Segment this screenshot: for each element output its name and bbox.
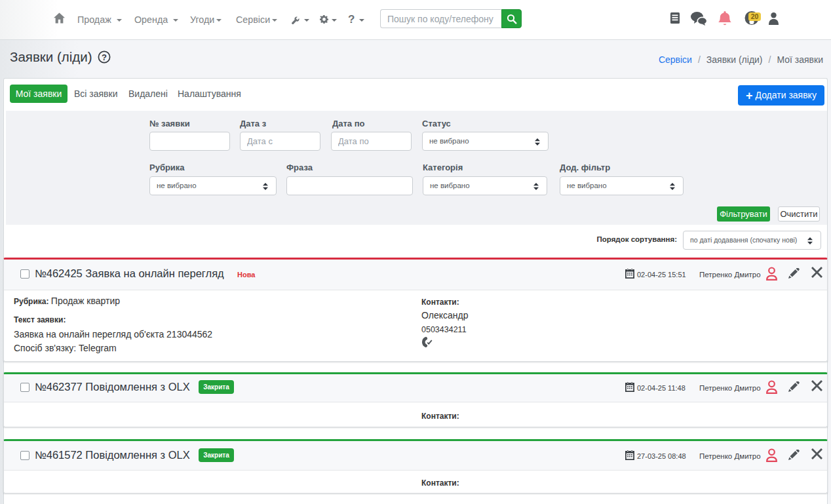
svg-text:20: 20 <box>751 12 759 20</box>
svg-text:?: ? <box>102 52 107 62</box>
